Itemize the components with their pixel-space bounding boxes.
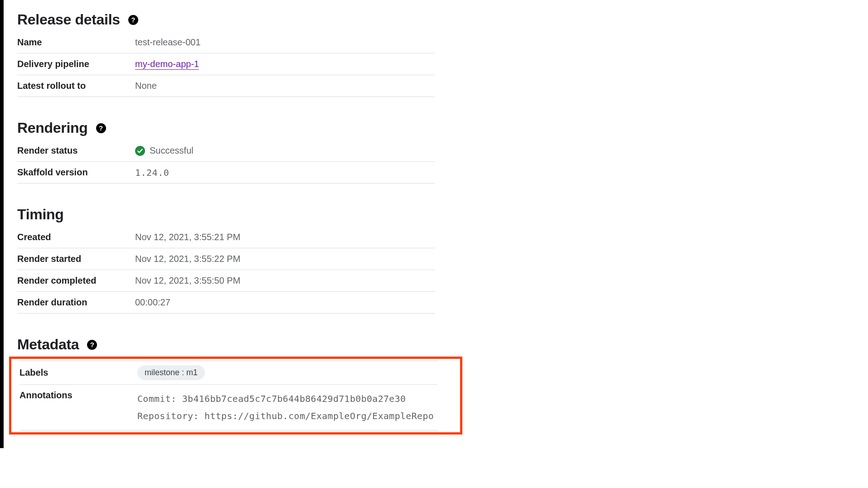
- name-row: Name test-release-001: [17, 32, 435, 53]
- render-completed-value: Nov 12, 2021, 3:55:50 PM: [135, 275, 240, 286]
- check-circle-icon: [135, 146, 145, 156]
- created-label: Created: [17, 232, 135, 242]
- render-status-text: Successful: [150, 145, 194, 156]
- metadata-title: Metadata: [17, 336, 79, 353]
- pipeline-label: Delivery pipeline: [17, 59, 135, 69]
- pipeline-link[interactable]: my-demo-app-1: [135, 59, 199, 70]
- help-icon[interactable]: ?: [128, 15, 138, 25]
- labels-row: Labels milestone : m1: [19, 361, 437, 385]
- annotations-value: Commit: 3b416bb7cead5c7c7b644b86429d71b0…: [137, 390, 434, 425]
- release-details-section: Release details ? Name test-release-001 …: [17, 11, 435, 97]
- pipeline-value: my-demo-app-1: [135, 59, 199, 69]
- render-completed-row: Render completed Nov 12, 2021, 3:55:50 P…: [17, 270, 435, 292]
- render-completed-label: Render completed: [17, 275, 135, 286]
- rendering-title: Rendering: [17, 120, 88, 136]
- render-status-row: Render status Successful: [17, 140, 435, 162]
- render-duration-row: Render duration 00:00:27: [17, 292, 435, 314]
- help-icon[interactable]: ?: [87, 340, 97, 350]
- labels-value: milestone : m1: [137, 365, 205, 380]
- render-status-value: Successful: [135, 145, 194, 156]
- release-details-title: Release details: [17, 11, 120, 28]
- name-value: test-release-001: [135, 37, 201, 48]
- render-duration-label: Render duration: [17, 297, 135, 308]
- rollout-row: Latest rollout to None: [17, 75, 435, 97]
- skaffold-row: Skaffold version 1.24.0: [17, 162, 435, 184]
- rollout-value: None: [135, 81, 157, 91]
- rendering-section: Rendering ? Render status Successful Ska…: [17, 120, 435, 184]
- labels-label: Labels: [19, 367, 137, 378]
- skaffold-value: 1.24.0: [135, 167, 169, 178]
- skaffold-label: Skaffold version: [17, 167, 135, 178]
- render-status-label: Render status: [17, 145, 135, 156]
- created-row: Created Nov 12, 2021, 3:55:21 PM: [17, 227, 435, 248]
- render-started-value: Nov 12, 2021, 3:55:22 PM: [135, 254, 240, 264]
- render-started-label: Render started: [17, 254, 135, 264]
- render-started-row: Render started Nov 12, 2021, 3:55:22 PM: [17, 248, 435, 270]
- help-icon[interactable]: ?: [96, 123, 106, 133]
- timing-section: Timing Created Nov 12, 2021, 3:55:21 PM …: [17, 206, 435, 314]
- name-label: Name: [17, 37, 135, 48]
- release-details-panel: Release details ? Name test-release-001 …: [0, 0, 449, 448]
- annotations-label: Annotations: [19, 390, 137, 401]
- annotation-commit: Commit: 3b416bb7cead5c7c7b644b86429d71b0…: [137, 390, 434, 407]
- render-duration-value: 00:00:27: [135, 297, 170, 308]
- annotation-repo: Repository: https://github.com/ExampleOr…: [137, 407, 434, 425]
- created-value: Nov 12, 2021, 3:55:21 PM: [135, 232, 240, 242]
- label-chip: milestone : m1: [137, 365, 205, 380]
- metadata-section: Metadata ? Labels milestone : m1 Annotat…: [17, 336, 435, 435]
- timing-title: Timing: [17, 206, 64, 223]
- metadata-highlight: Labels milestone : m1 Annotations Commit…: [9, 357, 462, 435]
- annotations-row: Annotations Commit: 3b416bb7cead5c7c7b64…: [19, 385, 437, 430]
- pipeline-row: Delivery pipeline my-demo-app-1: [17, 53, 435, 75]
- rollout-label: Latest rollout to: [17, 81, 135, 91]
